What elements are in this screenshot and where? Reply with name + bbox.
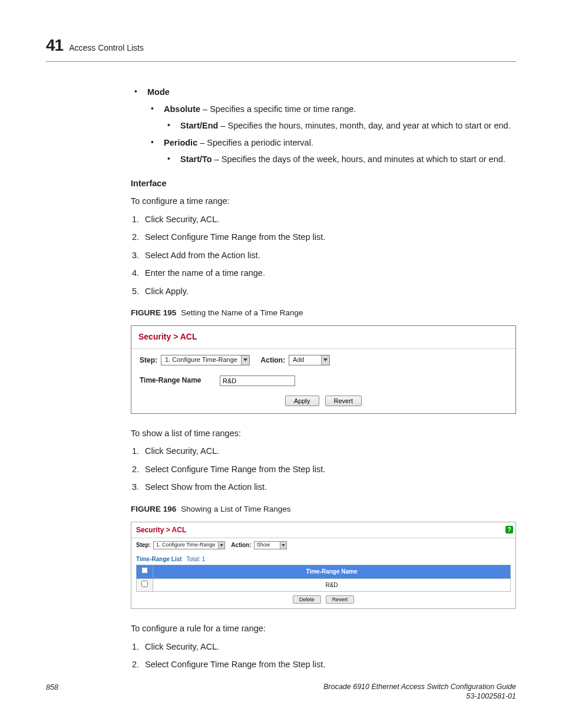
figure-196-panel: Security > ACL ? Step: 1. Configure Time… — [131, 522, 516, 610]
step: Select Configure Time Range from the Ste… — [141, 230, 516, 243]
fig-title: Setting the Name of a Time Range — [181, 308, 303, 317]
help-icon[interactable]: ? — [505, 526, 513, 533]
breadcrumb: Security > ACL — [131, 326, 515, 349]
select-all-header — [137, 565, 153, 579]
step-select[interactable]: 1. Configure Time-Range — [161, 355, 250, 365]
chapter-title: Access Control Lists — [69, 42, 144, 55]
step: Enter the name of a time range. — [141, 266, 516, 279]
chevron-down-icon — [321, 355, 329, 365]
startto-desc: – Specifies the days of the week, hours,… — [212, 154, 505, 164]
step-action-row: Step: 1. Configure Time-Range Action: Sh… — [136, 541, 511, 550]
step: Click Security, ACL. — [141, 444, 516, 457]
periodic-desc: – Specifies a periodic interval. — [197, 138, 313, 147]
absolute-item: Absolute – Specifies a specific time or … — [147, 103, 516, 133]
chevron-down-icon — [241, 355, 249, 365]
step-value: 1. Configure Time-Range — [161, 355, 241, 365]
row-name: R&D — [153, 578, 511, 592]
row-checkbox[interactable] — [141, 581, 148, 587]
time-range-name-input[interactable] — [220, 375, 295, 386]
startend-desc: – Specifies the hours, minutes, month, d… — [218, 121, 510, 130]
action-select[interactable]: Show — [254, 541, 287, 549]
breadcrumb: Security > ACL — [136, 525, 186, 536]
fig-title: Showing a List of Time Ranges — [181, 505, 290, 513]
page-header: 41 Access Control Lists — [46, 32, 516, 58]
step: Select Configure Time Range from the Ste… — [141, 463, 516, 476]
name-row: Time-Range Name — [140, 375, 507, 386]
svg-marker-2 — [220, 544, 223, 546]
action-select[interactable]: Add — [289, 355, 330, 365]
step: Select Configure Time Range from the Ste… — [141, 658, 516, 671]
fig-num: FIGURE 195 — [131, 308, 176, 317]
startend-item: Start/End – Specifies the hours, minutes… — [164, 119, 516, 132]
doc-title: Brocade 6910 Ethernet Access Switch Conf… — [323, 682, 516, 691]
svg-marker-1 — [323, 359, 328, 361]
action-label: Action: — [231, 541, 251, 550]
svg-marker-0 — [243, 359, 247, 361]
action-value: Add — [289, 355, 321, 365]
startto-item: Start/To – Specifies the days of the wee… — [164, 153, 516, 166]
header-rule — [46, 61, 516, 62]
name-column-header: Time-Range Name — [153, 565, 511, 579]
periodic-item: Periodic – Specifies a periodic interval… — [147, 136, 516, 166]
intro-2: To show a list of time ranges: — [131, 427, 516, 440]
step-label: Step: — [136, 541, 151, 550]
chapter-number: 41 — [46, 32, 63, 58]
list-total: Total: 1 — [186, 556, 205, 562]
fig-num: FIGURE 196 — [131, 505, 176, 513]
chevron-down-icon — [218, 542, 224, 549]
action-value: Show — [254, 541, 280, 549]
steps-3: Click Security, ACL. Select Configure Ti… — [131, 640, 516, 671]
delete-button[interactable]: Delete — [293, 595, 321, 604]
step: Select Show from the Action list. — [141, 480, 516, 493]
steps-2: Click Security, ACL. Select Configure Ti… — [131, 444, 516, 493]
figure-195-label: FIGURE 195 Setting the Name of a Time Ra… — [131, 306, 516, 319]
revert-button[interactable]: Revert — [326, 595, 355, 604]
step: Select Add from the Action list. — [141, 249, 516, 262]
revert-button[interactable]: Revert — [325, 396, 362, 406]
step-select[interactable]: 1. Configure Time-Range — [153, 541, 225, 549]
table-header-row: Time-Range Name — [137, 565, 511, 579]
name-label: Time-Range Name — [140, 375, 216, 386]
mode-item: Mode Absolute – Specifies a specific tim… — [131, 85, 516, 166]
apply-button[interactable]: Apply — [285, 396, 319, 406]
step-value: 1. Configure Time-Range — [154, 541, 218, 549]
figure-196-label: FIGURE 196 Showing a List of Time Ranges — [131, 502, 516, 516]
mode-list: Mode Absolute – Specifies a specific tim… — [131, 85, 516, 166]
absolute-desc: – Specifies a specific time or time rang… — [200, 104, 356, 114]
doc-number: 53-1002581-01 — [323, 691, 516, 701]
figure-195-panel: Security > ACL Step: 1. Configure Time-R… — [131, 325, 516, 414]
step-label: Step: — [140, 355, 157, 366]
page-number: 858 — [46, 682, 58, 701]
mode-label: Mode — [147, 87, 170, 97]
step: Click Security, ACL. — [141, 213, 516, 226]
chevron-down-icon — [280, 542, 286, 549]
page-content: Mode Absolute – Specifies a specific tim… — [131, 85, 516, 671]
select-all-checkbox[interactable] — [141, 567, 148, 574]
page-footer: 858 Brocade 6910 Ethernet Access Switch … — [46, 682, 516, 701]
interface-heading: Interface — [131, 177, 516, 190]
list-label: Time-Range List — [136, 556, 182, 562]
time-range-table: Time-Range Name R&D — [136, 565, 511, 592]
step: Click Apply. — [141, 285, 516, 298]
table-row: R&D — [137, 578, 511, 592]
startto-label: Start/To — [180, 154, 212, 164]
action-label: Action: — [261, 355, 285, 366]
intro-3: To configure a rule for a time range: — [131, 622, 516, 635]
startend-label: Start/End — [180, 121, 218, 130]
list-heading: Time-Range List Total: 1 — [136, 555, 511, 564]
absolute-label: Absolute — [164, 104, 200, 114]
svg-marker-3 — [282, 544, 285, 546]
step-action-row: Step: 1. Configure Time-Range Action: Ad… — [140, 355, 507, 366]
step: Click Security, ACL. — [141, 640, 516, 653]
intro-1: To configure a time range: — [131, 195, 516, 207]
periodic-label: Periodic — [164, 138, 197, 147]
steps-1: Click Security, ACL. Select Configure Ti… — [131, 213, 516, 298]
